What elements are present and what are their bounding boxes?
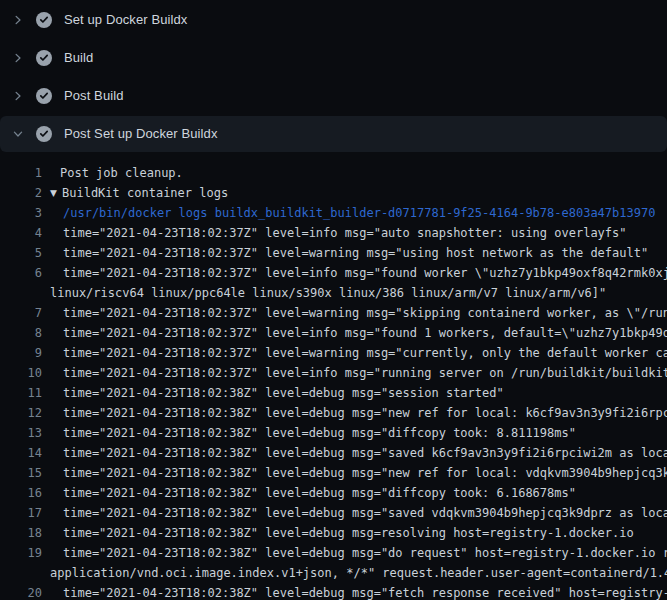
- line-number-link[interactable]: 11: [0, 383, 42, 403]
- check-circle-icon: [36, 50, 52, 66]
- step-label: Post Build: [64, 88, 124, 104]
- chevron-right-icon: [12, 90, 24, 102]
- step-row[interactable]: Build: [0, 40, 667, 76]
- log-row: 16 time="2021-04-23T18:02:38Z" level=deb…: [0, 483, 667, 503]
- log-row: 9 time="2021-04-23T18:02:37Z" level=warn…: [0, 343, 667, 363]
- step-row[interactable]: Post Set up Docker Buildx: [0, 116, 667, 152]
- chevron-right-icon: [12, 52, 24, 64]
- workflow-log-viewer: Set up Docker Buildx Build Post Buil: [0, 0, 667, 600]
- log-line-text: ▼BuildKit container logs: [42, 183, 228, 203]
- line-number-link[interactable]: 19: [0, 543, 42, 563]
- log-line-text: time="2021-04-23T18:02:38Z" level=debug …: [42, 423, 576, 443]
- log-line-text: time="2021-04-23T18:02:37Z" level=info m…: [42, 263, 667, 283]
- log-row: 7 time="2021-04-23T18:02:37Z" level=warn…: [0, 303, 667, 323]
- log-row: 3 /usr/bin/docker logs buildx_buildkit_b…: [0, 203, 667, 223]
- log-line-text: application/vnd.oci.image.index.v1+json,…: [42, 563, 667, 583]
- log-row: 13 time="2021-04-23T18:02:38Z" level=deb…: [0, 423, 667, 443]
- line-number-link[interactable]: 6: [0, 263, 42, 283]
- step-row[interactable]: Set up Docker Buildx: [0, 2, 667, 38]
- log-line-text: time="2021-04-23T18:02:38Z" level=debug …: [42, 543, 667, 563]
- steps-list: Set up Docker Buildx Build Post Buil: [0, 2, 667, 152]
- log-line-text: time="2021-04-23T18:02:38Z" level=debug …: [42, 383, 504, 403]
- step-label: Build: [64, 50, 93, 66]
- line-number-link[interactable]: 9: [0, 343, 42, 363]
- group-title: BuildKit container logs: [62, 183, 228, 203]
- log-row: 19 time="2021-04-23T18:02:38Z" level=deb…: [0, 543, 667, 563]
- log-row: 18 time="2021-04-23T18:02:38Z" level=deb…: [0, 523, 667, 543]
- log-line-text: time="2021-04-23T18:02:38Z" level=debug …: [42, 503, 667, 523]
- log-line-text: time="2021-04-23T18:02:37Z" level=info m…: [42, 363, 667, 383]
- log-line-text: time="2021-04-23T18:02:37Z" level=info m…: [42, 323, 667, 343]
- log-line-text: time="2021-04-23T18:02:38Z" level=debug …: [42, 483, 576, 503]
- log-line-text: time="2021-04-23T18:02:38Z" level=debug …: [42, 583, 667, 600]
- log-line-text: time="2021-04-23T18:02:38Z" level=debug …: [42, 443, 667, 463]
- log-row: application/vnd.oci.image.index.v1+json,…: [0, 563, 667, 583]
- step-label: Set up Docker Buildx: [64, 12, 187, 28]
- line-number-link[interactable]: 10: [0, 363, 42, 383]
- check-circle-icon: [36, 126, 52, 142]
- log-line-text: time="2021-04-23T18:02:38Z" level=debug …: [42, 403, 667, 423]
- line-number-link[interactable]: [0, 283, 42, 303]
- log-line-text: time="2021-04-23T18:02:38Z" level=debug …: [42, 463, 667, 483]
- log-area: 1 Post job cleanup. 2 ▼BuildKit containe…: [0, 154, 667, 600]
- log-row: 20 time="2021-04-23T18:02:38Z" level=deb…: [0, 583, 667, 600]
- chevron-down-icon: [12, 128, 24, 140]
- line-number-link[interactable]: 17: [0, 503, 42, 523]
- line-number-link[interactable]: 15: [0, 463, 42, 483]
- log-line-text: time="2021-04-23T18:02:37Z" level=warnin…: [42, 303, 667, 323]
- line-number-link[interactable]: 1: [0, 163, 42, 183]
- log-row: 14 time="2021-04-23T18:02:38Z" level=deb…: [0, 443, 667, 463]
- log-line-text: time="2021-04-23T18:02:37Z" level=info m…: [42, 223, 627, 243]
- step-row[interactable]: Post Build: [0, 78, 667, 114]
- log-line-text: linux/riscv64 linux/ppc64le linux/s390x …: [42, 283, 606, 303]
- line-number-link[interactable]: 5: [0, 243, 42, 263]
- line-number-link[interactable]: 16: [0, 483, 42, 503]
- log-row: 4 time="2021-04-23T18:02:37Z" level=info…: [0, 223, 667, 243]
- log-line-text: time="2021-04-23T18:02:37Z" level=warnin…: [42, 343, 667, 363]
- log-row: 5 time="2021-04-23T18:02:37Z" level=warn…: [0, 243, 667, 263]
- log-row: linux/riscv64 linux/ppc64le linux/s390x …: [0, 283, 667, 303]
- log-row: 6 time="2021-04-23T18:02:37Z" level=info…: [0, 263, 667, 283]
- line-number-link[interactable]: 13: [0, 423, 42, 443]
- check-circle-icon: [36, 88, 52, 104]
- line-number-link[interactable]: 7: [0, 303, 42, 323]
- log-line-text: time="2021-04-23T18:02:37Z" level=warnin…: [42, 243, 648, 263]
- chevron-right-icon: [12, 14, 24, 26]
- log-row: 2 ▼BuildKit container logs: [0, 183, 667, 203]
- line-number-link[interactable]: 2: [0, 183, 42, 203]
- line-number-link[interactable]: 3: [0, 203, 42, 223]
- line-number-link[interactable]: 12: [0, 403, 42, 423]
- log-row: 8 time="2021-04-23T18:02:37Z" level=info…: [0, 323, 667, 343]
- line-number-link[interactable]: [0, 563, 42, 583]
- line-number-link[interactable]: 4: [0, 223, 42, 243]
- log-line-text: /usr/bin/docker logs buildx_buildkit_bui…: [42, 203, 655, 223]
- log-row: 10 time="2021-04-23T18:02:37Z" level=inf…: [0, 363, 667, 383]
- line-number-link[interactable]: 8: [0, 323, 42, 343]
- log-line-text: Post job cleanup.: [42, 163, 183, 183]
- step-label: Post Set up Docker Buildx: [64, 126, 218, 142]
- log-row: 15 time="2021-04-23T18:02:38Z" level=deb…: [0, 463, 667, 483]
- log-row: 1 Post job cleanup.: [0, 163, 667, 183]
- log-row: 11 time="2021-04-23T18:02:38Z" level=deb…: [0, 383, 667, 403]
- line-number-link[interactable]: 18: [0, 523, 42, 543]
- check-circle-icon: [36, 12, 52, 28]
- line-number-link[interactable]: 20: [0, 583, 42, 600]
- log-line-text: time="2021-04-23T18:02:38Z" level=debug …: [42, 523, 634, 543]
- triangle-down-icon[interactable]: ▼: [50, 183, 62, 203]
- log-row: 12 time="2021-04-23T18:02:38Z" level=deb…: [0, 403, 667, 423]
- log-row: 17 time="2021-04-23T18:02:38Z" level=deb…: [0, 503, 667, 523]
- line-number-link[interactable]: 14: [0, 443, 42, 463]
